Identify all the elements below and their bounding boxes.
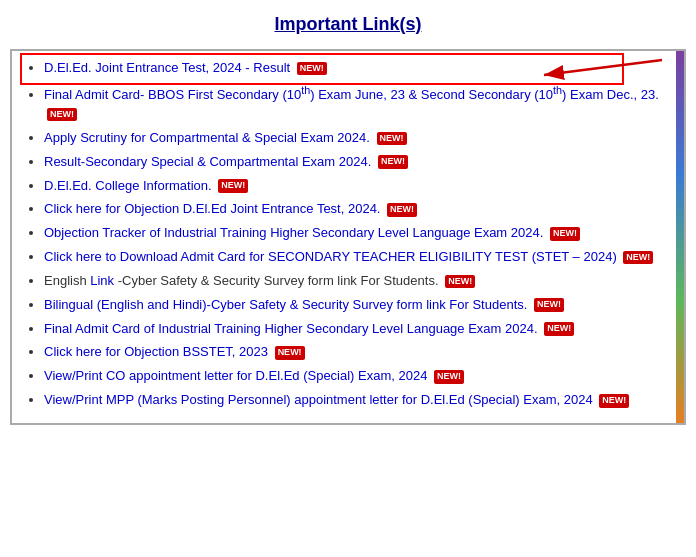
- list-item: Final Admit Card of Industrial Training …: [44, 320, 674, 339]
- new-badge: NEW!: [599, 394, 629, 408]
- new-badge: NEW!: [534, 298, 564, 312]
- link-13[interactable]: View/Print CO appointment letter for D.E…: [44, 368, 427, 383]
- link-9[interactable]: Link: [90, 273, 114, 288]
- new-badge: NEW!: [623, 251, 653, 265]
- red-arrow: [534, 55, 664, 95]
- link-10[interactable]: Bilingual (English and Hindi)-Cyber Safe…: [44, 297, 527, 312]
- new-badge: NEW!: [47, 108, 77, 122]
- new-badge: NEW!: [218, 179, 248, 193]
- list-item: Click here for Objection D.El.Ed Joint E…: [44, 200, 674, 219]
- links-list: D.El.Ed. Joint Entrance Test, 2024 - Res…: [26, 59, 674, 410]
- link-11[interactable]: Final Admit Card of Industrial Training …: [44, 321, 538, 336]
- list-item: View/Print MPP (Marks Posting Personnel)…: [44, 391, 674, 410]
- new-badge: NEW!: [275, 346, 305, 360]
- list-item: D.El.Ed. College Information. NEW!: [44, 177, 674, 196]
- link-9-text: -Cyber Safety & Security Survey form lin…: [118, 273, 439, 288]
- new-badge: NEW!: [297, 62, 327, 76]
- new-badge: NEW!: [550, 227, 580, 241]
- page-container: Important Link(s) D.El.Ed. Joint Entranc…: [0, 0, 696, 557]
- link-3[interactable]: Apply Scrutiny for Compartmental & Speci…: [44, 130, 370, 145]
- new-badge: NEW!: [544, 322, 574, 336]
- page-title: Important Link(s): [0, 10, 696, 39]
- right-color-bar: [676, 51, 684, 423]
- link-14[interactable]: View/Print MPP (Marks Posting Personnel)…: [44, 392, 593, 407]
- list-item: View/Print CO appointment letter for D.E…: [44, 367, 674, 386]
- list-item: Objection Tracker of Industrial Training…: [44, 224, 674, 243]
- link-7[interactable]: Objection Tracker of Industrial Training…: [44, 225, 543, 240]
- new-badge: NEW!: [377, 132, 407, 146]
- new-badge: NEW!: [445, 275, 475, 289]
- link-8[interactable]: Click here to Download Admit Card for SE…: [44, 249, 617, 264]
- list-item: English Link -Cyber Safety & Security Su…: [44, 272, 674, 291]
- list-item: Apply Scrutiny for Compartmental & Speci…: [44, 129, 674, 148]
- list-item: Click here for Objection BSSTET, 2023 NE…: [44, 343, 674, 362]
- new-badge: NEW!: [387, 203, 417, 217]
- list-item: Click here to Download Admit Card for SE…: [44, 248, 674, 267]
- link-12[interactable]: Click here for Objection BSSTET, 2023: [44, 344, 268, 359]
- svg-line-1: [544, 60, 662, 75]
- new-badge: NEW!: [378, 155, 408, 169]
- new-badge: NEW!: [434, 370, 464, 384]
- list-item: Result-Secondary Special & Compartmental…: [44, 153, 674, 172]
- link-6[interactable]: Click here for Objection D.El.Ed Joint E…: [44, 201, 380, 216]
- links-box: D.El.Ed. Joint Entrance Test, 2024 - Res…: [10, 49, 686, 425]
- link-1[interactable]: D.El.Ed. Joint Entrance Test, 2024 - Res…: [44, 60, 290, 75]
- link-4[interactable]: Result-Secondary Special & Compartmental…: [44, 154, 371, 169]
- list-item: Bilingual (English and Hindi)-Cyber Safe…: [44, 296, 674, 315]
- link-5[interactable]: D.El.Ed. College Information.: [44, 178, 212, 193]
- link-9-label: English: [44, 273, 90, 288]
